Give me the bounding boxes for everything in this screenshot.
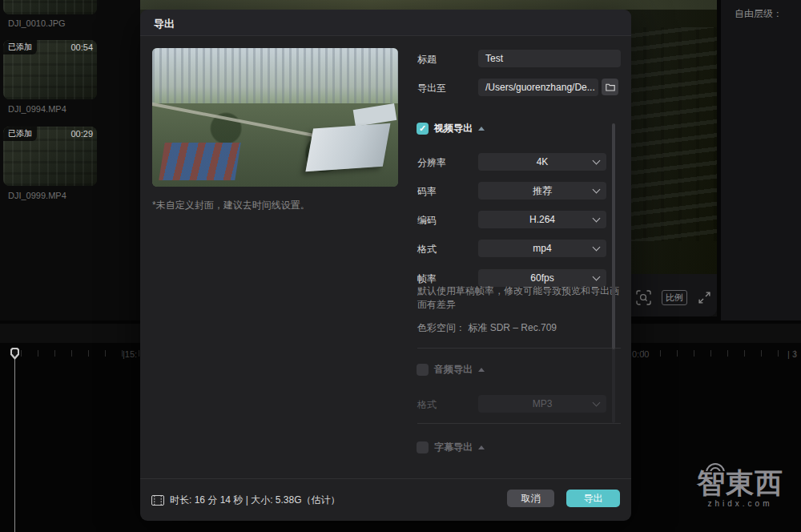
format-label: 格式 (417, 243, 437, 256)
media-thumbnail-dji-0994[interactable]: 已添加 00:54 (3, 40, 97, 99)
media-filename: DJI_0999.MP4 (8, 191, 66, 200)
watermark-en-text: zhidx.com (682, 499, 799, 508)
export-summary: 时长: 16 分 14 秒 | 大小: 5.38G（估计） (170, 494, 340, 507)
dialog-scrollbar-thumb[interactable] (612, 123, 615, 349)
resolution-value: 4K (537, 156, 549, 167)
bitrate-dropdown[interactable]: 推荐 (478, 182, 606, 200)
playhead-line (14, 351, 15, 532)
export-path-input[interactable]: /Users/guorenzhang/De... (478, 79, 598, 96)
audio-format-value: MP3 (533, 398, 553, 409)
cover-preview-image (152, 48, 398, 187)
subtitle-section-header[interactable]: 字幕导出 (417, 441, 485, 454)
media-thumbnail-dji-0999[interactable]: 已添加 00:29 (3, 127, 97, 186)
cover-sky (152, 48, 398, 103)
site-watermark: 智東西 zhidx.com (682, 469, 799, 508)
dialog-footer: 时长: 16 分 14 秒 | 大小: 5.38G（估计） 取消 导出 (140, 478, 631, 521)
collapse-arrow-icon[interactable] (478, 368, 485, 372)
watermark-cn-text: 智東西 (697, 469, 783, 497)
subtitle-section-title: 字幕导出 (434, 441, 473, 454)
framerate-value: 60fps (530, 272, 553, 284)
dialog-header: 导出 (140, 10, 631, 36)
aspect-ratio-button[interactable]: 比例 (662, 290, 687, 305)
thumbnail-image (3, 0, 97, 14)
audio-export-checkbox[interactable] (417, 364, 429, 376)
ruler-timestamp: |15: (123, 349, 137, 359)
resolution-dropdown[interactable]: 4K (478, 153, 606, 171)
audio-format-dropdown[interactable]: MP3 (478, 395, 606, 413)
cover-courts (159, 143, 242, 180)
collapse-arrow-icon[interactable] (478, 445, 485, 449)
audio-section-header[interactable]: 音频导出 (417, 363, 485, 377)
chevron-down-icon (593, 399, 601, 407)
added-badge: 已添加 (3, 127, 37, 141)
resolution-label: 分辨率 (417, 156, 446, 170)
duration-label: 00:29 (70, 129, 93, 139)
video-section-header[interactable]: 视频导出 (417, 122, 485, 135)
media-library-panel: DJI_0010.JPG 已添加 00:54 DJI_0994.MP4 已添加 … (0, 0, 140, 320)
bitrate-label: 码率 (417, 185, 437, 199)
subtitle-export-checkbox[interactable] (417, 441, 429, 453)
added-badge: 已添加 (3, 40, 37, 54)
color-space-info: 色彩空间： 标准 SDR – Rec.709 (417, 321, 557, 335)
cancel-button[interactable]: 取消 (507, 490, 554, 507)
chevron-down-icon (593, 157, 601, 165)
bitrate-value: 推荐 (533, 185, 552, 196)
film-icon (151, 495, 164, 506)
audio-section-title: 音频导出 (434, 363, 473, 377)
video-editor-app: DJI_0010.JPG 已添加 00:54 DJI_0994.MP4 已添加 … (0, 0, 801, 532)
ruler-timestamp: | 3 (787, 349, 797, 359)
zoom-fit-icon[interactable] (636, 290, 651, 305)
section-divider (417, 348, 621, 349)
duration-label: 00:54 (70, 42, 93, 52)
video-export-checkbox[interactable] (417, 123, 429, 135)
chevron-down-icon (593, 244, 601, 252)
format-dropdown[interactable]: mp4 (478, 240, 606, 257)
codec-label: 编码 (417, 214, 437, 228)
export-path-label: 导出至 (417, 82, 446, 95)
wifi-icon (705, 461, 726, 471)
free-level-label: 自由层级： (735, 7, 783, 21)
browse-folder-button[interactable] (602, 79, 618, 95)
export-dialog: 导出 *未自定义封面，建议去时间线设置。 标题 Test 导出至 /Users/… (140, 10, 631, 521)
cover-building (305, 123, 390, 171)
chevron-down-icon (593, 215, 601, 223)
section-divider (417, 423, 621, 424)
media-filename: DJI_0010.JPG (8, 18, 66, 28)
folder-icon (606, 83, 615, 91)
title-input[interactable]: Test (478, 50, 621, 67)
format-value: mp4 (533, 243, 551, 254)
framerate-note: 默认使用草稿帧率，修改可能导致预览和导出画面有差异 (417, 284, 624, 312)
video-section-title: 视频导出 (434, 122, 473, 135)
codec-value: H.264 (529, 214, 555, 225)
chevron-down-icon (593, 273, 601, 281)
export-button[interactable]: 导出 (566, 490, 620, 507)
dialog-title: 导出 (154, 17, 175, 31)
preview-frame-top (140, 0, 717, 10)
audio-format-label: 格式 (417, 398, 437, 412)
ruler-timestamp: 0:00 (632, 349, 649, 359)
title-field-label: 标题 (417, 53, 437, 66)
fullscreen-icon[interactable] (698, 291, 711, 304)
collapse-arrow-icon[interactable] (478, 127, 485, 131)
codec-dropdown[interactable]: H.264 (478, 211, 606, 228)
playhead-handle[interactable] (10, 348, 19, 360)
media-thumbnail-dji-0010[interactable] (3, 0, 97, 14)
layer-panel: 自由层级： (717, 0, 801, 320)
chevron-down-icon (593, 186, 601, 194)
cover-note: *未自定义封面，建议去时间线设置。 (152, 199, 310, 212)
media-filename: DJI_0994.MP4 (8, 104, 66, 114)
